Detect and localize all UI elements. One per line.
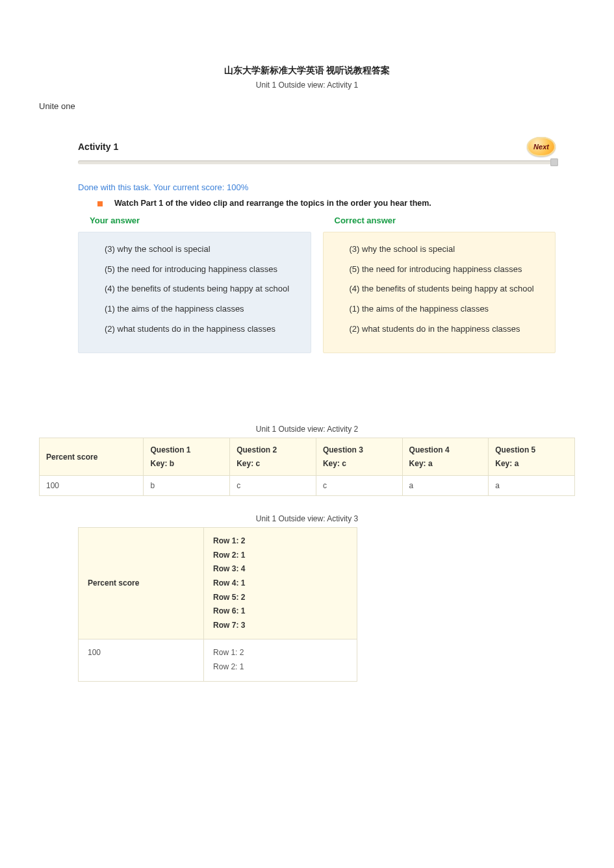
question-label: Question 3 bbox=[323, 443, 396, 456]
key-label: Key: b bbox=[150, 457, 223, 470]
cell-answer-rows: Row 1: 2 Row 2: 1 bbox=[204, 639, 357, 681]
correct-answer-header: Correct answer bbox=[323, 216, 556, 225]
list-item: (3) why the school is special bbox=[335, 242, 544, 258]
question-label: Question 4 bbox=[409, 443, 482, 456]
correct-answer-column: Correct answer (3) why the school is spe… bbox=[323, 216, 556, 353]
key-label: Key: c bbox=[237, 457, 309, 470]
table-row: Percent score Row 1: 2 Row 2: 1 Row 3: 4… bbox=[79, 528, 357, 639]
list-item: (5) the need for introducing happiness c… bbox=[90, 262, 299, 278]
question-label: Question 1 bbox=[150, 443, 223, 456]
activity-1-title: Activity 1 bbox=[78, 142, 118, 152]
list-item: (4) the benefits of students being happy… bbox=[335, 281, 544, 297]
list-item: (2) what students do in the happiness cl… bbox=[335, 321, 544, 338]
key-row: Row 1: 2 bbox=[213, 534, 348, 549]
cell-answer: a bbox=[489, 476, 575, 496]
key-row: Row 4: 1 bbox=[213, 577, 348, 591]
cell-answer: b bbox=[144, 476, 230, 496]
progress-bar[interactable] bbox=[78, 160, 556, 164]
instruction-text: Watch Part 1 of the video clip and rearr… bbox=[114, 199, 431, 208]
list-item: (4) the benefits of students being happy… bbox=[90, 281, 299, 297]
your-answer-header: Your answer bbox=[78, 216, 311, 225]
answers-columns: Your answer (3) why the school is specia… bbox=[78, 216, 556, 353]
table-row: 100 b c c a a bbox=[40, 476, 575, 496]
column-header-percent-score: Percent score bbox=[40, 438, 144, 476]
key-row: Row 7: 3 bbox=[213, 619, 348, 633]
unit-label: Unite one bbox=[39, 101, 575, 111]
cell-percent-score: 100 bbox=[79, 639, 204, 681]
cell-answer: c bbox=[230, 476, 316, 496]
list-item: (3) why the school is special bbox=[90, 242, 299, 258]
activity-2-table: Percent score Question 1 Key: b Question… bbox=[39, 438, 575, 496]
cell-percent-score: 100 bbox=[40, 476, 144, 496]
list-item: (2) what students do in the happiness cl… bbox=[90, 321, 299, 338]
answer-row: Row 2: 1 bbox=[213, 660, 348, 675]
column-header-percent-score: Percent score bbox=[79, 528, 204, 639]
question-label: Question 2 bbox=[237, 443, 309, 456]
square-bullet-icon bbox=[97, 201, 103, 206]
activity-1-block: Activity 1 Next Done with this task. You… bbox=[78, 137, 556, 353]
table-row: Percent score Question 1 Key: b Question… bbox=[40, 438, 575, 476]
column-header-key-rows: Row 1: 2 Row 2: 1 Row 3: 4 Row 4: 1 Row … bbox=[204, 528, 357, 639]
key-row: Row 3: 4 bbox=[213, 562, 348, 577]
key-label: Key: a bbox=[495, 457, 568, 470]
column-header-q5: Question 5 Key: a bbox=[489, 438, 575, 476]
activity-3-table-wrap: Percent score Row 1: 2 Row 2: 1 Row 3: 4… bbox=[78, 527, 357, 681]
column-header-q3: Question 3 Key: c bbox=[316, 438, 402, 476]
cell-answer: c bbox=[316, 476, 402, 496]
next-button[interactable]: Next bbox=[527, 137, 556, 156]
activity-3-caption: Unit 1 Outside view: Activity 3 bbox=[39, 514, 575, 523]
key-label: Key: a bbox=[409, 457, 482, 470]
activity-3-table: Percent score Row 1: 2 Row 2: 1 Row 3: 4… bbox=[78, 527, 357, 681]
score-status-text: Done with this task. Your current score:… bbox=[78, 182, 556, 192]
table-row: 100 Row 1: 2 Row 2: 1 bbox=[79, 639, 357, 681]
progress-handle-icon[interactable] bbox=[550, 158, 558, 166]
instruction-row: Watch Part 1 of the video clip and rearr… bbox=[97, 199, 556, 208]
document-title: 山东大学新标准大学英语 视听说教程答案 bbox=[39, 65, 575, 77]
next-button-label: Next bbox=[533, 143, 549, 151]
your-answer-card: (3) why the school is special (5) the ne… bbox=[78, 232, 311, 353]
key-label: Key: c bbox=[323, 457, 396, 470]
key-row: Row 2: 1 bbox=[213, 549, 348, 563]
key-row: Row 6: 1 bbox=[213, 604, 348, 619]
answer-row: Row 1: 2 bbox=[213, 646, 348, 660]
question-label: Question 5 bbox=[495, 443, 568, 456]
activity-2-caption: Unit 1 Outside view: Activity 2 bbox=[39, 425, 575, 434]
your-answer-column: Your answer (3) why the school is specia… bbox=[78, 216, 311, 353]
correct-answer-card: (3) why the school is special (5) the ne… bbox=[323, 232, 556, 353]
key-row: Row 5: 2 bbox=[213, 591, 348, 605]
cell-answer: a bbox=[402, 476, 489, 496]
list-item: (5) the need for introducing happiness c… bbox=[335, 262, 544, 278]
activity-1-header-row: Activity 1 Next bbox=[78, 137, 556, 156]
column-header-q4: Question 4 Key: a bbox=[402, 438, 489, 476]
column-header-q1: Question 1 Key: b bbox=[144, 438, 230, 476]
document-subtitle: Unit 1 Outside view: Activity 1 bbox=[39, 81, 575, 90]
list-item: (1) the aims of the happiness classes bbox=[90, 301, 299, 317]
column-header-q2: Question 2 Key: c bbox=[230, 438, 316, 476]
list-item: (1) the aims of the happiness classes bbox=[335, 301, 544, 317]
